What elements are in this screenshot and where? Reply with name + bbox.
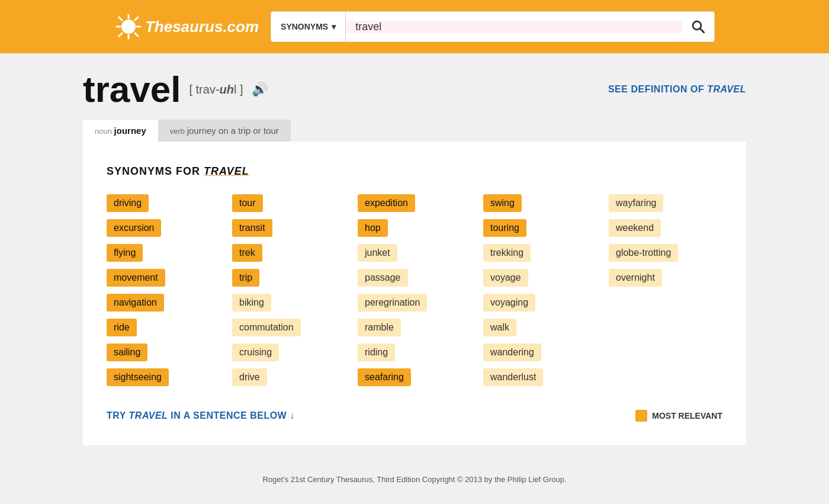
- synonym-tag[interactable]: sailing: [107, 344, 147, 361]
- synonym-tag[interactable]: trek: [232, 244, 262, 262]
- card-bottom: TRY travel IN A SENTENCE BELOW ↓ MOST RE…: [107, 410, 722, 422]
- synonym-tag[interactable]: wayfaring: [609, 194, 663, 212]
- synonyms-title-prefix: SYNONYMS FOR: [107, 165, 200, 177]
- synonym-tag[interactable]: seafaring: [358, 368, 411, 386]
- most-relevant-label: MOST RELEVANT: [652, 411, 722, 420]
- word-header: travel [ trav-uhl ] 🔊 SEE DEFINITION OF …: [83, 71, 746, 108]
- synonym-tag[interactable]: trekking: [483, 244, 531, 262]
- synonyms-title-word: travel: [204, 165, 249, 177]
- synonym-tag[interactable]: hop: [358, 219, 388, 237]
- footer: Roget's 21st Century Thesaurus, Third Ed…: [0, 463, 829, 496]
- tab-verb-pos: verb: [170, 127, 187, 136]
- word-title: travel: [83, 71, 181, 108]
- tab-verb-label: journey on a trip or tour: [187, 126, 279, 136]
- word-title-area: travel [ trav-uhl ] 🔊: [83, 71, 268, 108]
- synonym-tag[interactable]: passage: [358, 269, 408, 287]
- synonym-tag[interactable]: excursion: [107, 219, 161, 237]
- synonym-tag[interactable]: globe-trotting: [609, 244, 678, 262]
- svg-line-10: [701, 29, 705, 33]
- search-type-label: SYNONYMS: [281, 22, 328, 31]
- arrow-down-icon: ↓: [290, 410, 295, 420]
- synonym-tag[interactable]: sightseeing: [107, 368, 169, 386]
- synonym-tag[interactable]: cruising: [232, 344, 279, 361]
- tab-noun-journey[interactable]: noun journey: [83, 120, 158, 142]
- synonym-tag[interactable]: wandering: [483, 344, 541, 361]
- search-icon: [692, 20, 705, 33]
- logo-sun-icon: [114, 12, 143, 41]
- tab-noun-label: journey: [114, 126, 146, 136]
- synonym-tag[interactable]: voyage: [483, 269, 528, 287]
- tab-noun-pos: noun: [95, 127, 114, 136]
- try-sentence-link[interactable]: TRY travel IN A SENTENCE BELOW ↓: [107, 410, 295, 421]
- svg-line-6: [135, 33, 138, 36]
- pronunciation-suffix: l ]: [234, 83, 243, 96]
- synonym-tag[interactable]: riding: [358, 344, 395, 361]
- synonym-tag[interactable]: walk: [483, 319, 516, 336]
- synonym-tag[interactable]: navigation: [107, 294, 164, 312]
- synonym-grid: drivingtourexpeditionswingwayfaringexcur…: [107, 194, 722, 386]
- see-definition-word: travel: [707, 84, 746, 94]
- synonym-tag[interactable]: voyaging: [483, 294, 535, 312]
- svg-point-0: [121, 20, 136, 34]
- svg-line-5: [119, 17, 122, 20]
- main-content: travel [ trav-uhl ] 🔊 SEE DEFINITION OF …: [59, 53, 770, 463]
- try-sentence-suffix: IN A SENTENCE BELOW: [171, 410, 287, 420]
- search-bar: SYNONYMS: [271, 11, 715, 42]
- pronunciation-stressed: uh: [220, 83, 234, 96]
- tabs: noun journey verb journey on a trip or t…: [83, 120, 746, 142]
- see-definition-label: SEE DEFINITION OF: [608, 84, 704, 94]
- svg-line-7: [135, 17, 138, 20]
- search-button[interactable]: [682, 12, 714, 41]
- synonym-tag[interactable]: driving: [107, 194, 149, 212]
- synonym-tag[interactable]: junket: [358, 244, 397, 262]
- synonym-tag[interactable]: biking: [232, 294, 271, 312]
- synonym-tag[interactable]: ride: [107, 319, 137, 336]
- audio-icon[interactable]: 🔊: [252, 82, 268, 97]
- header: Thesaurus.com SYNONYMS: [0, 0, 829, 53]
- synonym-tag[interactable]: swing: [483, 194, 522, 212]
- chevron-down-icon: [332, 22, 336, 31]
- most-relevant-box: [635, 410, 647, 422]
- synonym-tag[interactable]: commutation: [232, 319, 301, 336]
- try-sentence-word: travel: [129, 410, 168, 420]
- synonym-tag[interactable]: ramble: [358, 319, 401, 336]
- logo: Thesaurus.com: [114, 12, 259, 41]
- pronunciation-prefix: [ trav-: [189, 83, 219, 96]
- word-pronunciation: [ trav-uhl ]: [189, 83, 243, 97]
- synonym-tag[interactable]: tour: [232, 194, 263, 212]
- synonym-tag[interactable]: overnight: [609, 269, 662, 287]
- synonym-tag[interactable]: expedition: [358, 194, 415, 212]
- synonym-tag[interactable]: flying: [107, 244, 143, 262]
- most-relevant: MOST RELEVANT: [635, 410, 722, 422]
- synonym-tag[interactable]: drive: [232, 368, 267, 386]
- synonym-tag[interactable]: movement: [107, 269, 165, 287]
- synonym-tag[interactable]: peregrination: [358, 294, 427, 312]
- search-input[interactable]: [346, 21, 682, 33]
- tab-verb-journey[interactable]: verb journey on a trip or tour: [158, 120, 291, 142]
- try-sentence-text: TRY: [107, 410, 126, 420]
- footer-text: Roget's 21st Century Thesaurus, Third Ed…: [262, 475, 566, 484]
- logo-text: Thesaurus.com: [145, 18, 259, 36]
- svg-line-8: [119, 33, 122, 36]
- search-type-dropdown[interactable]: SYNONYMS: [271, 12, 346, 41]
- synonyms-card: SYNONYMS FOR travel drivingtourexpeditio…: [83, 142, 746, 445]
- synonym-tag[interactable]: touring: [483, 219, 526, 237]
- synonym-tag[interactable]: weekend: [609, 219, 661, 237]
- synonym-tag[interactable]: transit: [232, 219, 272, 237]
- synonyms-title: SYNONYMS FOR travel: [107, 165, 722, 178]
- see-definition-link[interactable]: SEE DEFINITION OF travel: [608, 84, 746, 95]
- synonym-tag[interactable]: wanderlust: [483, 368, 543, 386]
- synonym-tag[interactable]: trip: [232, 269, 259, 287]
